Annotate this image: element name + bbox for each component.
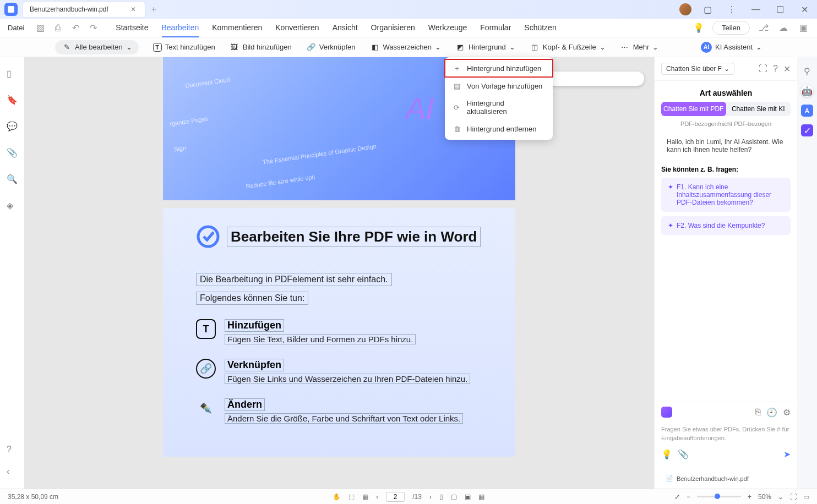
ai-greeting: Hallo, ich bin Lumi, Ihr AI Assistent. W… bbox=[661, 134, 791, 158]
fit-width-icon[interactable]: ⤢ bbox=[674, 493, 680, 501]
ai-context-select[interactable]: Chatten Sie über F ⌄ bbox=[661, 63, 734, 75]
header-footer-button[interactable]: ◫ Kopf- & Fußzeile ⌄ bbox=[530, 42, 606, 52]
fullscreen-icon[interactable]: ⛶ bbox=[790, 493, 797, 501]
view-grid-icon[interactable]: ▦ bbox=[478, 493, 484, 501]
template-icon: ▤ bbox=[453, 81, 461, 90]
copy-icon[interactable]: ⎘ bbox=[755, 407, 761, 418]
ai-assistant-button[interactable]: AI KI Assistent ⌄ bbox=[701, 42, 762, 53]
ai-suggestion-1[interactable]: ✦F1. Kann ich eine Inhaltszusammenfassun… bbox=[661, 178, 791, 212]
ai-suggest-heading: Sie könnten z. B. fragen: bbox=[661, 166, 791, 173]
ai-suggestion-2[interactable]: ✦F2. Was sind die Kernpunkte? bbox=[661, 216, 791, 235]
collapse-icon[interactable]: ‹ bbox=[7, 467, 18, 478]
chat-pdf-toggle[interactable]: Chatten Sie mit PDF bbox=[661, 102, 726, 116]
branch-icon[interactable]: ⎇ bbox=[758, 22, 770, 34]
tab-werkzeuge[interactable]: Werkzeuge bbox=[428, 19, 467, 37]
tab-startseite[interactable]: Startseite bbox=[116, 19, 148, 37]
zoom-thumb[interactable] bbox=[715, 494, 720, 499]
edit-toolbar: ✎ Alle bearbeiten ⌄ T Text hinzufügen 🖼 … bbox=[0, 37, 817, 57]
zoom-in-icon[interactable]: + bbox=[748, 493, 751, 501]
page-dimensions: 35,28 x 50,09 cm bbox=[8, 493, 58, 501]
print-icon[interactable]: ⎙ bbox=[52, 22, 64, 34]
tab-organisieren[interactable]: Organisieren bbox=[371, 19, 415, 37]
chevron-down-icon[interactable]: ⌄ bbox=[778, 493, 783, 501]
ai-bubble-icon[interactable]: 🤖 bbox=[801, 85, 813, 97]
view-two-icon[interactable]: ▣ bbox=[465, 493, 471, 501]
tab-bearbeiten[interactable]: Bearbeiten bbox=[162, 19, 199, 37]
tab-schuetzen[interactable]: Schützen bbox=[524, 19, 556, 37]
minimize-icon[interactable]: — bbox=[748, 3, 764, 16]
document-viewport[interactable]: Document Cloud rganize Pages Sign The Es… bbox=[24, 57, 654, 489]
doc-text: Sign bbox=[173, 145, 186, 153]
page-thumbnail-icon[interactable]: ▯ bbox=[7, 68, 18, 79]
dd-from-template[interactable]: ▤ Von Vorlage hinzufügen bbox=[445, 77, 553, 95]
edit-all-button[interactable]: ✎ Alle bearbeiten ⌄ bbox=[55, 40, 139, 54]
select-tool-icon[interactable]: ⬚ bbox=[348, 493, 355, 501]
comment-rail-icon[interactable]: 💬 bbox=[7, 121, 18, 132]
dd-remove-background[interactable]: 🗑 Hintergrund entfernen bbox=[445, 120, 553, 138]
bulb-icon[interactable]: 💡 bbox=[693, 22, 705, 34]
translate-icon[interactable]: A bbox=[801, 105, 813, 117]
tab-formular[interactable]: Formular bbox=[480, 19, 511, 37]
tab-konvertieren[interactable]: Konvertieren bbox=[275, 19, 319, 37]
user-avatar[interactable] bbox=[679, 3, 691, 15]
help-icon[interactable]: ? bbox=[7, 445, 18, 456]
layout-icon[interactable]: ▣ bbox=[797, 22, 809, 34]
ai-file-name: Benutzerhandbuch-win.pdf bbox=[677, 475, 749, 482]
watermark-button[interactable]: ◧ Wasserzeichen ⌄ bbox=[370, 42, 441, 52]
zoom-value[interactable]: 50% bbox=[758, 493, 771, 501]
close-panel-icon[interactable]: ✕ bbox=[783, 64, 791, 74]
close-tab-icon[interactable]: ✕ bbox=[130, 6, 138, 13]
chevron-down-icon: ⌄ bbox=[724, 65, 729, 73]
new-tab-button[interactable]: + bbox=[151, 4, 156, 14]
page-total: /13 bbox=[412, 493, 422, 501]
gear-icon[interactable]: ⚙ bbox=[783, 407, 791, 418]
help-circle-icon[interactable]: ? bbox=[773, 64, 778, 74]
share-button[interactable]: Teilen bbox=[712, 21, 750, 35]
document-tab[interactable]: Benutzerhandbuch-win.pdf ✕ bbox=[23, 2, 145, 17]
attach-icon[interactable]: 📎 bbox=[678, 449, 689, 459]
expand-icon[interactable]: ⛶ bbox=[759, 64, 767, 74]
attachment-icon[interactable]: 📎 bbox=[7, 147, 18, 158]
ai-note: PDF-bezogen/nicht PDF-bezogen bbox=[655, 116, 797, 134]
zoom-out-icon[interactable]: − bbox=[687, 493, 690, 501]
undo-icon[interactable]: ↶ bbox=[69, 22, 81, 34]
bookmark-icon[interactable]: 🔖 bbox=[7, 95, 18, 106]
more-button[interactable]: ⋯ Mehr ⌄ bbox=[620, 42, 659, 52]
prev-page-icon[interactable]: ‹ bbox=[376, 493, 378, 501]
history-icon[interactable]: 🕘 bbox=[766, 407, 777, 418]
close-window-icon[interactable]: ✕ bbox=[796, 3, 813, 16]
ai-attached-file[interactable]: 📄 Benutzerhandbuch-win.pdf bbox=[661, 472, 791, 485]
view-single-icon[interactable]: ▢ bbox=[451, 493, 457, 501]
hand-tool-icon[interactable]: ✋ bbox=[333, 493, 341, 501]
chat-ki-toggle[interactable]: Chatten Sie mit KI bbox=[726, 102, 791, 116]
ai-gem-icon[interactable] bbox=[661, 407, 672, 418]
cloud-icon[interactable]: ☁ bbox=[777, 22, 789, 34]
read-mode-icon[interactable]: ▦ bbox=[362, 493, 368, 501]
dd-add-background[interactable]: + Hintergrund hinzufügen bbox=[445, 59, 553, 77]
zoom-slider[interactable] bbox=[697, 496, 741, 497]
search-icon[interactable]: 🔍 bbox=[7, 174, 18, 185]
filter-icon[interactable]: ⚲ bbox=[801, 65, 813, 77]
page-number-input[interactable] bbox=[386, 492, 405, 502]
tab-ansicht[interactable]: Ansicht bbox=[333, 19, 358, 37]
add-text-button[interactable]: T Text hinzufügen bbox=[153, 43, 215, 52]
check-icon[interactable]: ✓ bbox=[801, 124, 813, 136]
next-page-icon[interactable]: › bbox=[429, 493, 432, 501]
maximize-icon[interactable]: ☐ bbox=[772, 3, 788, 16]
send-icon[interactable]: ➤ bbox=[783, 449, 791, 459]
bulb-icon[interactable]: 💡 bbox=[661, 449, 672, 459]
file-menu[interactable]: Datei bbox=[8, 24, 24, 32]
link-button[interactable]: 🔗 Verknüpfen bbox=[306, 42, 356, 52]
view-continuous-icon[interactable]: ▯ bbox=[439, 493, 443, 501]
feature-row: T Hinzufügen Fügen Sie Text, Bilder und … bbox=[196, 319, 493, 344]
layers-icon[interactable]: ◈ bbox=[7, 200, 18, 211]
background-button[interactable]: ◩ Hintergrund ⌄ bbox=[455, 42, 515, 52]
tab-kommentieren[interactable]: Kommentieren bbox=[212, 19, 262, 37]
menu-dots-icon[interactable]: ⋮ bbox=[723, 3, 740, 16]
comment-icon[interactable]: ▢ bbox=[699, 3, 716, 16]
dd-update-background[interactable]: ⟳ Hintergrund aktualisieren bbox=[445, 95, 553, 120]
redo-icon[interactable]: ↷ bbox=[87, 22, 99, 34]
reader-icon[interactable]: ▭ bbox=[803, 493, 809, 501]
save-icon[interactable]: ▧ bbox=[34, 22, 46, 34]
add-image-button[interactable]: 🖼 Bild hinzufügen bbox=[230, 42, 292, 52]
